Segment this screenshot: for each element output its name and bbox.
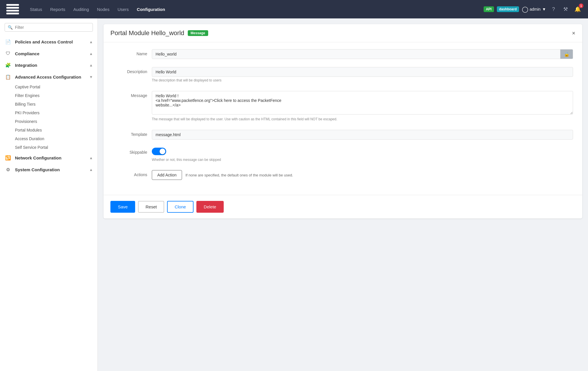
nav-auditing[interactable]: Auditing bbox=[70, 5, 92, 14]
description-row: Description The description that will be… bbox=[113, 67, 573, 83]
form-body: Name 🔒 Description The description that … bbox=[104, 42, 582, 195]
nav-configuration[interactable]: Configuration bbox=[133, 5, 168, 14]
id-card-icon: 📄 bbox=[5, 39, 12, 45]
nav-reports[interactable]: Reports bbox=[47, 5, 69, 14]
main-panel: Portal Module Hello_world Message × Name… bbox=[104, 24, 582, 218]
reset-button[interactable]: Reset bbox=[138, 201, 164, 213]
notifications-icon[interactable]: 🔔 1 bbox=[573, 5, 582, 14]
user-menu[interactable]: ◯ admin ▼ bbox=[522, 6, 546, 13]
description-field: The description that will be displayed t… bbox=[152, 67, 573, 83]
chevron-up-icon: ▲ bbox=[89, 52, 93, 56]
chevron-up-icon: ▲ bbox=[89, 168, 93, 172]
sidebar-section-compliance: 🛡 Compliance ▲ bbox=[0, 48, 97, 59]
close-button[interactable]: × bbox=[572, 30, 575, 37]
sidebar: 🔍 📄 Policies and Access Control ▲ 🛡 Comp… bbox=[0, 18, 98, 371]
name-row: Name 🔒 bbox=[113, 49, 573, 59]
sidebar-search-wrapper: 🔍 bbox=[0, 23, 97, 36]
chevron-up-icon: ▲ bbox=[89, 63, 93, 67]
message-row: Message Hello World ! <a href="www.packe… bbox=[113, 91, 573, 122]
api-badge[interactable]: API bbox=[484, 6, 494, 12]
sidebar-section-system: ⚙ System Configuration ▲ bbox=[0, 164, 97, 175]
nav-nodes[interactable]: Nodes bbox=[93, 5, 113, 14]
sidebar-item-self-service-portal[interactable]: Self Service Portal bbox=[15, 143, 97, 152]
template-field bbox=[152, 130, 573, 140]
sidebar-section-integration: 🧩 Integration ▲ bbox=[0, 60, 97, 71]
sidebar-label-system: System Configuration bbox=[15, 167, 86, 172]
svg-rect-3 bbox=[6, 13, 19, 14]
logo[interactable] bbox=[6, 3, 20, 15]
skippable-hint: Whether or not, this message can be skip… bbox=[152, 157, 573, 162]
message-field: Hello World ! <a href="www.packetfence.o… bbox=[152, 91, 573, 122]
sidebar-item-integration[interactable]: 🧩 Integration ▲ bbox=[0, 60, 97, 71]
name-label: Name bbox=[113, 49, 147, 56]
sidebar-item-policies[interactable]: 📄 Policies and Access Control ▲ bbox=[0, 36, 97, 47]
description-input[interactable] bbox=[152, 67, 573, 77]
skippable-field: Whether or not, this message can be skip… bbox=[152, 148, 573, 162]
delete-button[interactable]: Delete bbox=[196, 201, 224, 213]
sidebar-label-policies: Policies and Access Control bbox=[15, 39, 86, 44]
clone-button[interactable]: Clone bbox=[167, 201, 193, 213]
actions-row: Actions Add Action If none are specified… bbox=[113, 170, 573, 180]
network-icon: 🔁 bbox=[5, 155, 12, 161]
actions-hint: If none are specified, the default ones … bbox=[185, 173, 293, 177]
name-input[interactable] bbox=[152, 49, 560, 59]
sidebar-item-pki-providers[interactable]: PKI Providers bbox=[15, 109, 97, 117]
shield-icon: 🛡 bbox=[5, 51, 12, 56]
panel-header: Portal Module Hello_world Message × bbox=[104, 24, 582, 42]
actions-label: Actions bbox=[113, 170, 147, 177]
sidebar-item-billing-tiers[interactable]: Billing Tiers bbox=[15, 100, 97, 109]
sidebar-label-integration: Integration bbox=[15, 63, 86, 68]
nav-status[interactable]: Status bbox=[26, 5, 46, 14]
actions-field: Add Action If none are specified, the de… bbox=[152, 170, 573, 180]
sidebar-item-filter-engines[interactable]: Filter Engines bbox=[15, 91, 97, 100]
sidebar-item-portal-modules[interactable]: Portal Modules bbox=[15, 126, 97, 134]
toggle-slider bbox=[152, 148, 166, 155]
template-label: Template bbox=[113, 130, 147, 137]
chevron-up-icon: ▲ bbox=[89, 156, 93, 160]
panel-title-text: Portal Module Hello_world bbox=[110, 29, 184, 37]
description-label: Description bbox=[113, 67, 147, 74]
sidebar-label-compliance: Compliance bbox=[15, 51, 86, 56]
message-textarea[interactable]: Hello World ! <a href="www.packetfence.o… bbox=[152, 91, 573, 115]
sidebar-item-access-duration[interactable]: Access Duration bbox=[15, 134, 97, 143]
search-input[interactable] bbox=[15, 25, 90, 30]
sidebar-item-compliance[interactable]: 🛡 Compliance ▲ bbox=[0, 48, 97, 59]
sidebar-item-advanced-access[interactable]: 📋 Advanced Access Configuration ▼ bbox=[0, 71, 97, 83]
list-icon: 📋 bbox=[5, 74, 12, 80]
sidebar-item-provisioners[interactable]: Provisioners bbox=[15, 117, 97, 126]
puzzle-icon: 🧩 bbox=[5, 62, 12, 68]
skippable-row: Skippable Whether or not, this message c… bbox=[113, 148, 573, 162]
template-input[interactable] bbox=[152, 130, 573, 140]
sidebar-label-advanced-access: Advanced Access Configuration bbox=[15, 75, 86, 79]
message-hint: The message that will be displayed to th… bbox=[152, 117, 573, 122]
content-area: Portal Module Hello_world Message × Name… bbox=[98, 18, 588, 371]
tools-icon[interactable]: ⚒ bbox=[561, 5, 570, 14]
sidebar-item-captive-portal[interactable]: Captive Portal bbox=[15, 83, 97, 91]
svg-rect-0 bbox=[6, 4, 19, 6]
panel-type-badge: Message bbox=[188, 30, 208, 36]
user-label: admin bbox=[530, 7, 541, 12]
add-action-button[interactable]: Add Action bbox=[152, 170, 182, 180]
skippable-label: Skippable bbox=[113, 148, 147, 155]
gear-icon: ⚙ bbox=[5, 167, 12, 172]
sidebar-section-advanced-access: 📋 Advanced Access Configuration ▼ Captiv… bbox=[0, 71, 97, 152]
panel-footer: Save Reset Clone Delete bbox=[104, 195, 582, 218]
nav-users[interactable]: Users bbox=[114, 5, 132, 14]
svg-rect-1 bbox=[6, 7, 19, 9]
sidebar-search-field[interactable]: 🔍 bbox=[5, 23, 93, 32]
name-input-wrapper: 🔒 bbox=[152, 49, 573, 59]
save-button[interactable]: Save bbox=[110, 201, 135, 213]
skippable-toggle[interactable] bbox=[152, 148, 166, 155]
help-icon[interactable]: ? bbox=[549, 5, 558, 14]
message-label: Message bbox=[113, 91, 147, 98]
sidebar-section-network: 🔁 Network Configuration ▲ bbox=[0, 152, 97, 163]
sidebar-item-system[interactable]: ⚙ System Configuration ▲ bbox=[0, 164, 97, 175]
sidebar-item-network[interactable]: 🔁 Network Configuration ▲ bbox=[0, 152, 97, 163]
lock-button[interactable]: 🔒 bbox=[560, 49, 573, 59]
sidebar-label-network: Network Configuration bbox=[15, 155, 86, 160]
dashboard-badge[interactable]: dashboard bbox=[497, 6, 519, 12]
panel-title: Portal Module Hello_world Message bbox=[110, 29, 208, 37]
svg-rect-2 bbox=[6, 10, 19, 12]
chevron-down-icon: ▼ bbox=[89, 75, 93, 79]
description-hint: The description that will be displayed t… bbox=[152, 78, 573, 83]
